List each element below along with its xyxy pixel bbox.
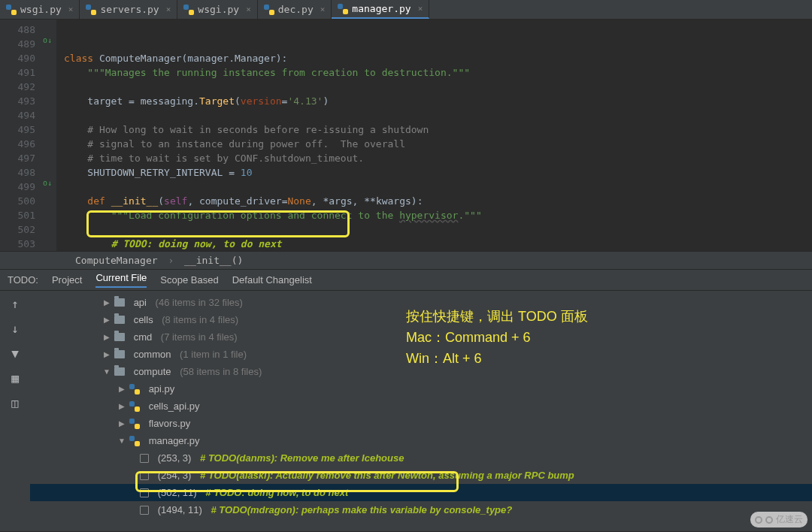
close-icon[interactable]: × [418,4,423,14]
tree-file-cells-api[interactable]: ▶ cells_api.py [30,397,812,415]
override-icon[interactable]: o↓ [43,36,52,44]
chevron-right-icon[interactable]: ▶ [117,416,126,431]
python-icon [264,5,274,15]
tab-wsgi-2[interactable]: wsgi.py × [177,0,257,19]
code-editor[interactable]: 488489490491 492493494495 496497498499 5… [0,20,812,251]
watermark: 亿速云 [750,512,807,527]
todo-item-icon [140,454,149,463]
watermark-text: 亿速云 [776,513,803,526]
python-icon [6,5,17,15]
chevron-right-icon[interactable]: ▶ [102,329,111,345]
todo-panel-body: ↑ ↓ ▼ ▦ ◫ ▶ api (46 items in 32 files) ▶… [0,291,812,531]
breadcrumb[interactable]: ComputeManager › __init__() [0,251,812,270]
todo-tab-current-file[interactable]: Current File [95,272,147,288]
folder-icon [114,298,125,307]
annotation-line3: Win：Alt + 6 [406,348,588,369]
python-icon [338,4,348,14]
tab-label: wsgi.py [198,4,239,15]
code-area[interactable]: class ComputeManager(manager.Manager): "… [56,20,482,251]
breadcrumb-class[interactable]: ComputeManager [75,255,158,266]
todo-panel-header: TODO: Project Current File Scope Based D… [0,270,812,291]
todo-tab-scope[interactable]: Scope Based [160,274,218,286]
tree-file-api[interactable]: ▶ api.py [30,380,812,397]
layout-icon[interactable]: ◫ [11,396,19,410]
chevron-right-icon[interactable]: ▶ [102,312,111,328]
close-icon[interactable]: × [320,5,326,14]
python-icon [129,436,140,446]
annotation-line2: Mac：Command + 6 [406,327,588,348]
chevron-right-icon[interactable]: ▶ [117,381,126,397]
todo-panel-title: TODO: [8,274,38,286]
annotation-line1: 按住快捷键，调出 TODO 面板 [406,306,588,327]
highlight-box-todo [135,471,459,492]
python-icon [129,401,140,412]
todo-item-icon [140,506,149,515]
close-icon[interactable]: × [246,5,251,14]
folder-icon [114,367,125,376]
tab-label: servers.py [100,4,159,15]
todo-tree[interactable]: ▶ api (46 items in 32 files) ▶ cells (8 … [30,291,812,531]
close-icon[interactable]: × [68,5,74,14]
folder-icon [114,350,125,358]
chevron-right-icon[interactable]: ▶ [117,398,126,414]
gutter-marks: o↓ o↓ [41,20,56,251]
breadcrumb-method[interactable]: __init__() [184,255,243,266]
todo-item-253[interactable]: (253, 3) # TODO(danms): Remove me after … [30,449,812,467]
python-icon [86,5,96,15]
highlight-box-editor [86,210,350,237]
tree-file-flavors[interactable]: ▶ flavors.py [30,415,812,432]
chevron-right-icon[interactable]: ▶ [102,346,111,362]
chevron-right-icon[interactable]: ▶ [102,295,111,310]
python-icon [129,419,140,429]
folder-icon [114,333,125,341]
group-icon[interactable]: ▦ [11,371,19,385]
filter-icon[interactable]: ▼ [11,346,19,361]
close-icon[interactable]: × [166,5,171,14]
line-number-gutter: 488489490491 492493494495 496497498499 5… [0,20,41,251]
python-icon [129,384,140,394]
todo-tab-changelist[interactable]: Default Changelist [232,274,312,286]
todo-toolbar: ↑ ↓ ▼ ▦ ◫ [0,291,30,531]
chevron-right-icon: › [168,255,174,266]
tab-wsgi-1[interactable]: wsgi.py × [0,0,80,19]
tab-label: manager.py [352,3,411,14]
todo-comment: # TODO: doing now, to do next [111,238,282,249]
chevron-down-icon[interactable]: ▼ [117,433,126,449]
arrow-down-icon[interactable]: ↓ [11,322,19,336]
tab-servers[interactable]: servers.py × [80,0,177,19]
tab-manager[interactable]: manager.py × [332,0,429,19]
todo-item-1494[interactable]: (1494, 11) # TODO(mdragon): perhaps make… [30,501,812,518]
annotation-overlay: 按住快捷键，调出 TODO 面板 Mac：Command + 6 Win：Alt… [406,306,588,369]
folder-icon [114,316,125,324]
tab-dec[interactable]: dec.py × [258,0,332,19]
tree-file-manager[interactable]: ▼ manager.py [30,432,812,449]
override-icon[interactable]: o↓ [43,179,52,187]
arrow-up-icon[interactable]: ↑ [11,297,19,311]
tab-label: wsgi.py [20,4,62,15]
python-icon [183,5,194,15]
chevron-down-icon[interactable]: ▼ [102,364,111,379]
tab-label: dec.py [278,4,314,15]
editor-tabbar: wsgi.py × servers.py × wsgi.py × dec.py … [0,0,812,20]
